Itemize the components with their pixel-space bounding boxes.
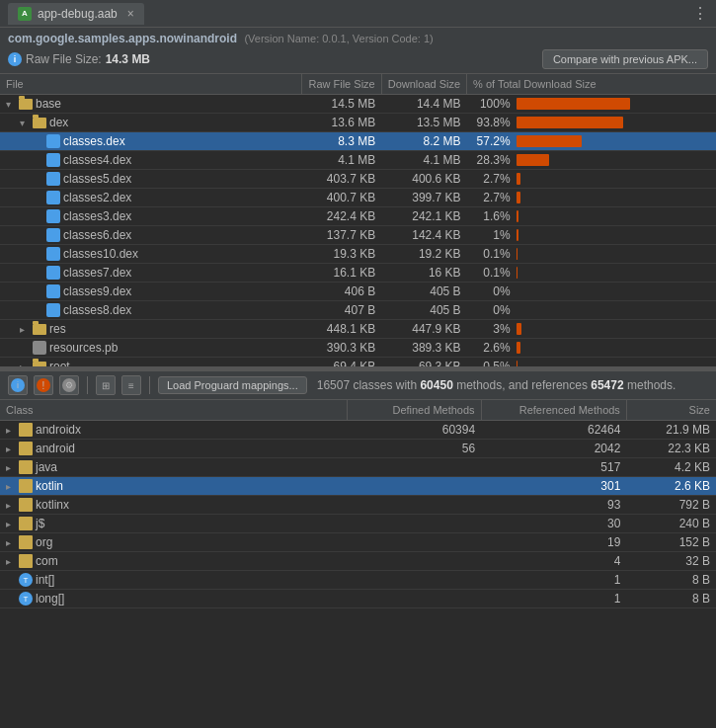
class-name-cell: ▸ java	[0, 458, 347, 477]
dex-icon	[46, 266, 60, 280]
col-pct: % of Total Download Size	[467, 74, 716, 95]
table-row[interactable]: classes9.dex 406 B 405 B 0%	[0, 283, 716, 301]
class-name-cell: ▸ kotlinx	[0, 496, 347, 515]
bottom-toolbar: i ! ⚙ ⊞ ≡ Load Proguard mappings... 1650…	[0, 370, 716, 400]
defined-methods-cell	[347, 533, 481, 552]
gear-toolbar-btn[interactable]: ⚙	[59, 375, 79, 395]
info-toolbar-btn[interactable]: i	[8, 375, 28, 395]
defined-methods-cell	[347, 477, 481, 496]
col-file: File	[0, 74, 302, 95]
size-cell: 8 B	[626, 590, 716, 608]
table-row[interactable]: ▸ java 517 4.2 KB	[0, 458, 716, 477]
dl-size-cell: 400.6 KB	[381, 170, 466, 189]
referenced-methods-cell: 517	[481, 458, 626, 477]
gear-icon: ⚙	[62, 378, 76, 392]
table-row[interactable]: classes3.dex 242.4 KB 242.1 KB 1.6%	[0, 207, 716, 226]
table-row[interactable]: ▸ res 448.1 KB 447.9 KB 3%	[0, 320, 716, 339]
table-row[interactable]: ▸ kotlin 301 2.6 KB	[0, 477, 716, 496]
dl-size-cell: 4.1 MB	[381, 151, 466, 170]
table-row[interactable]: resources.pb 390.3 KB 389.3 KB 2.6%	[0, 339, 716, 358]
referenced-methods-cell: 30	[481, 515, 626, 533]
dex-icon	[46, 134, 60, 148]
class-name-cell: ▸ androidx	[0, 421, 347, 440]
stats-text: 16507 classes with 60450 methods, and re…	[317, 378, 676, 392]
table-row[interactable]: classes2.dex 400.7 KB 399.7 KB 2.7%	[0, 189, 716, 207]
file-name-cell: classes2.dex	[0, 189, 302, 207]
package-icon	[19, 535, 33, 549]
defined-methods-cell	[347, 552, 481, 571]
load-proguard-button[interactable]: Load Proguard mappings...	[158, 376, 307, 394]
warning-toolbar-btn[interactable]: !	[34, 375, 53, 395]
pct-cell: 0%	[467, 301, 716, 320]
more-options-icon[interactable]: ⋮	[692, 4, 708, 23]
table-row[interactable]: classes5.dex 403.7 KB 400.6 KB 2.7%	[0, 170, 716, 189]
table-row[interactable]: classes10.dex 19.3 KB 19.2 KB 0.1%	[0, 245, 716, 264]
expand-arrow: ▸	[6, 519, 16, 529]
raw-file-size-row: i Raw File Size: 14.3 MB	[8, 52, 150, 66]
raw-size-cell: 407 B	[302, 301, 381, 320]
file-name-cell: ▸ root	[0, 358, 302, 367]
table-row[interactable]: ▸ com 4 32 B	[0, 552, 716, 571]
table-row[interactable]: ▸ root 69.4 KB 69.3 KB 0.5%	[0, 358, 716, 367]
table-row[interactable]: classes.dex 8.3 MB 8.2 MB 57.2%	[0, 132, 716, 151]
raw-size-cell: 390.3 KB	[302, 339, 381, 358]
pct-cell: 2.6%	[467, 339, 716, 358]
class-name-cell: T int[]	[0, 571, 347, 590]
dl-size-cell: 389.3 KB	[381, 339, 466, 358]
compare-button[interactable]: Compare with previous APK...	[542, 49, 708, 69]
table-row[interactable]: ▸ android 56 2042 22.3 KB	[0, 440, 716, 458]
raw-size-value: 14.3 MB	[106, 52, 150, 66]
file-name-cell: classes3.dex	[0, 207, 302, 226]
table-row[interactable]: ▾ dex 13.6 MB 13.5 MB 93.8%	[0, 114, 716, 132]
table-row[interactable]: classes8.dex 407 B 405 B 0%	[0, 301, 716, 320]
size-cell: 21.9 MB	[626, 421, 716, 440]
table-row[interactable]: ▸ androidx 60394 62464 21.9 MB	[0, 421, 716, 440]
raw-size-cell: 448.1 KB	[302, 320, 381, 339]
type-icon: T	[19, 573, 33, 587]
file-table-body: ▾ base 14.5 MB 14.4 MB 100% ▾ dex 13.6 M…	[0, 95, 716, 367]
tree-toolbar-btn[interactable]: ⊞	[96, 375, 116, 395]
table-row[interactable]: classes6.dex 137.7 KB 142.4 KB 1%	[0, 226, 716, 245]
file-name: classes8.dex	[63, 303, 131, 317]
referenced-methods-cell: 93	[481, 496, 626, 515]
tab-file-icon: A	[18, 7, 32, 21]
dex-icon	[46, 191, 60, 204]
tab-close-icon[interactable]: ×	[127, 7, 134, 21]
class-name-cell: T long[]	[0, 590, 347, 608]
expand-arrow: ▸	[6, 500, 16, 511]
list-toolbar-btn[interactable]: ≡	[121, 375, 141, 395]
referenced-methods-cell: 19	[481, 533, 626, 552]
pct-cell: 2.7%	[467, 170, 716, 189]
table-row[interactable]: classes7.dex 16.1 KB 16 KB 0.1%	[0, 264, 716, 283]
table-row[interactable]: T long[] 1 8 B	[0, 590, 716, 608]
table-row[interactable]: ▸ org 19 152 B	[0, 533, 716, 552]
table-row[interactable]: ▾ base 14.5 MB 14.4 MB 100%	[0, 95, 716, 114]
class-name-cell: ▸ com	[0, 552, 347, 571]
dl-size-cell: 447.9 KB	[381, 320, 466, 339]
table-row[interactable]: ▸ j$ 30 240 B	[0, 515, 716, 533]
package-icon	[19, 498, 33, 512]
pct-cell: 2.7%	[467, 189, 716, 207]
file-name: classes5.dex	[63, 172, 131, 186]
class-table: Class Defined Methods Referenced Methods…	[0, 400, 716, 608]
package-icon	[19, 442, 33, 455]
package-icon	[19, 517, 33, 530]
table-row[interactable]: ▸ kotlinx 93 792 B	[0, 496, 716, 515]
raw-size-cell: 19.3 KB	[302, 245, 381, 264]
table-row[interactable]: T int[] 1 8 B	[0, 571, 716, 590]
version-info: (Version Name: 0.0.1, Version Code: 1)	[244, 33, 433, 44]
raw-size-cell: 242.4 KB	[302, 207, 381, 226]
table-row[interactable]: classes4.dex 4.1 MB 4.1 MB 28.3%	[0, 151, 716, 170]
file-tab[interactable]: A app-debug.aab ×	[8, 3, 144, 25]
file-name-cell: classes8.dex	[0, 301, 302, 320]
expand-arrow: ▸	[6, 444, 16, 454]
size-cell: 8 B	[626, 571, 716, 590]
file-table: File Raw File Size Download Size % of To…	[0, 74, 716, 366]
package-icon	[19, 479, 33, 493]
size-cell: 240 B	[626, 515, 716, 533]
expand-arrow: ▸	[6, 462, 16, 473]
dex-icon	[46, 303, 60, 317]
class-name-cell: ▸ android	[0, 440, 347, 458]
file-name: base	[36, 97, 61, 111]
expand-arrow: ▸	[6, 481, 16, 492]
